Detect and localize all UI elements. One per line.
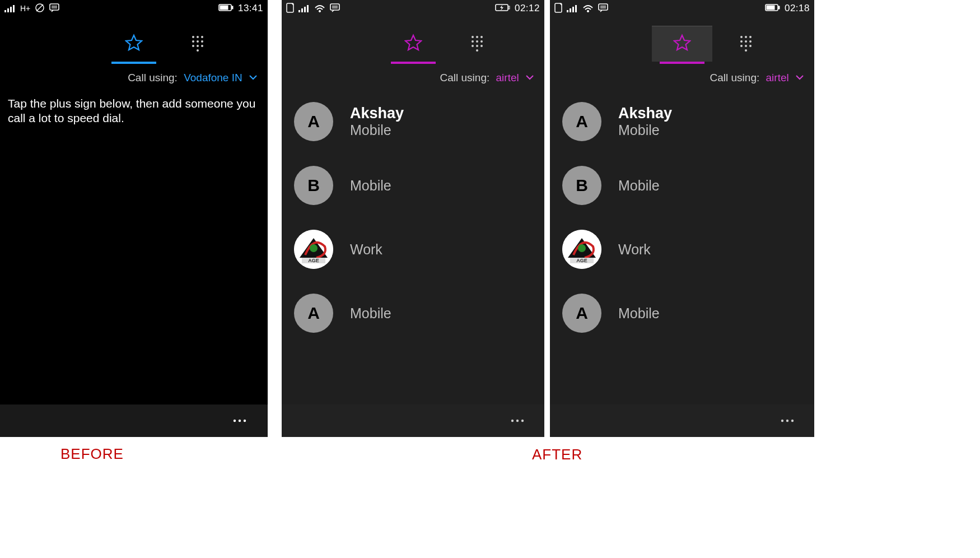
voicemail-button[interactable] — [627, 408, 652, 433]
chevron-down-icon — [525, 71, 534, 83]
status-bar: H+ 13:41 — [0, 0, 268, 16]
tab-strip — [282, 16, 544, 56]
tab-dialpad[interactable] — [460, 29, 494, 56]
clock: 02:18 — [785, 3, 810, 14]
app-bar — [550, 404, 814, 437]
avatar: A — [562, 102, 601, 141]
contact-type: Work — [618, 241, 651, 258]
app-bar — [0, 404, 268, 437]
add-button[interactable] — [726, 408, 750, 433]
contact-type: Mobile — [350, 178, 391, 194]
tab-dialpad[interactable] — [729, 29, 763, 56]
avatar-logo — [562, 230, 601, 269]
chevron-down-icon — [795, 71, 804, 83]
speed-dial-list: A Akshay Mobile B Mobile Work A — [550, 90, 814, 345]
avatar: B — [562, 166, 601, 205]
contact-name: Akshay — [350, 105, 404, 122]
signal-icon — [567, 4, 578, 13]
phone-after-1: 02:12 Call using: airtel A Akshay Mobile… — [282, 0, 544, 437]
people-button[interactable] — [676, 408, 701, 433]
call-using-label: Call using: — [710, 72, 760, 83]
avatar: B — [294, 166, 333, 205]
list-item[interactable]: Work — [282, 217, 544, 281]
list-item[interactable]: A Mobile — [550, 281, 814, 345]
contact-name: Akshay — [618, 105, 672, 122]
tab-strip — [550, 16, 814, 56]
more-button[interactable] — [775, 408, 800, 433]
people-button[interactable] — [407, 408, 431, 433]
tab-strip — [0, 16, 268, 56]
list-item[interactable]: B Mobile — [282, 154, 544, 217]
contact-type: Mobile — [618, 178, 660, 194]
status-bar: 02:12 — [282, 0, 544, 16]
contact-type: Mobile — [350, 305, 391, 322]
tab-speed-dial[interactable] — [396, 29, 430, 56]
empty-instructions: Tap the plus sign below, then add someon… — [0, 86, 268, 126]
avatar: A — [562, 294, 601, 333]
phone-after-2: 02:18 Call using: airtel A Akshay Mobile — [550, 0, 814, 437]
add-button[interactable] — [183, 408, 207, 433]
call-using-label: Call using: — [128, 72, 178, 83]
voicemail-button[interactable] — [93, 408, 118, 433]
message-icon — [598, 3, 608, 15]
message-icon — [330, 3, 340, 15]
call-using-row[interactable]: Call using: airtel — [550, 68, 814, 86]
call-using-row[interactable]: Call using: airtel — [282, 68, 544, 86]
sim-icon — [554, 3, 562, 15]
tab-history[interactable] — [601, 29, 635, 56]
avatar-logo — [294, 230, 333, 269]
battery-icon — [765, 3, 780, 14]
phone-before: H+ 13:41 Call using: Vodafone IN — [0, 0, 268, 437]
carrier-name: airtel — [766, 72, 789, 83]
tab-speed-dial[interactable] — [117, 29, 151, 56]
network-type: H+ — [20, 4, 30, 13]
contact-type: Work — [350, 241, 382, 258]
wifi-icon — [314, 3, 325, 14]
list-item[interactable]: Work — [550, 217, 814, 281]
chevron-down-icon — [249, 71, 258, 83]
contact-type: Mobile — [350, 122, 404, 138]
signal-icon — [4, 4, 16, 13]
avatar: A — [294, 294, 333, 333]
more-button[interactable] — [505, 408, 530, 433]
status-bar: 02:18 — [550, 0, 814, 16]
list-item[interactable]: B Mobile — [550, 154, 814, 217]
battery-charging-icon — [495, 3, 510, 14]
clock: 13:41 — [238, 3, 263, 14]
clock: 02:12 — [515, 3, 540, 14]
tab-history[interactable] — [53, 29, 87, 56]
avatar: A — [294, 102, 333, 141]
battery-icon — [218, 3, 234, 14]
wifi-icon — [582, 3, 594, 14]
message-icon — [49, 3, 59, 15]
tab-history[interactable] — [333, 29, 366, 56]
more-button[interactable] — [227, 408, 252, 433]
app-bar — [282, 404, 544, 437]
tab-dialpad[interactable] — [181, 29, 214, 56]
call-using-label: Call using: — [440, 72, 490, 83]
carrier-name: airtel — [496, 72, 519, 83]
signal-icon — [298, 4, 310, 13]
sim-icon — [286, 3, 294, 15]
list-item[interactable]: A Akshay Mobile — [282, 90, 544, 154]
tab-speed-dial[interactable] — [665, 29, 699, 56]
people-button[interactable] — [138, 408, 162, 433]
caption-after: AFTER — [532, 446, 582, 463]
voicemail-button[interactable] — [357, 408, 382, 433]
speed-dial-list: A Akshay Mobile B Mobile Work A — [282, 90, 544, 345]
list-item[interactable]: A Akshay Mobile — [550, 90, 814, 154]
contact-type: Mobile — [618, 305, 660, 322]
add-button[interactable] — [456, 408, 480, 433]
list-item[interactable]: A Mobile — [282, 281, 544, 345]
caption-before: BEFORE — [60, 445, 124, 463]
carrier-name: Vodafone IN — [184, 72, 242, 83]
contact-type: Mobile — [618, 122, 672, 138]
location-off-icon — [35, 3, 45, 15]
call-using-row[interactable]: Call using: Vodafone IN — [0, 68, 268, 86]
